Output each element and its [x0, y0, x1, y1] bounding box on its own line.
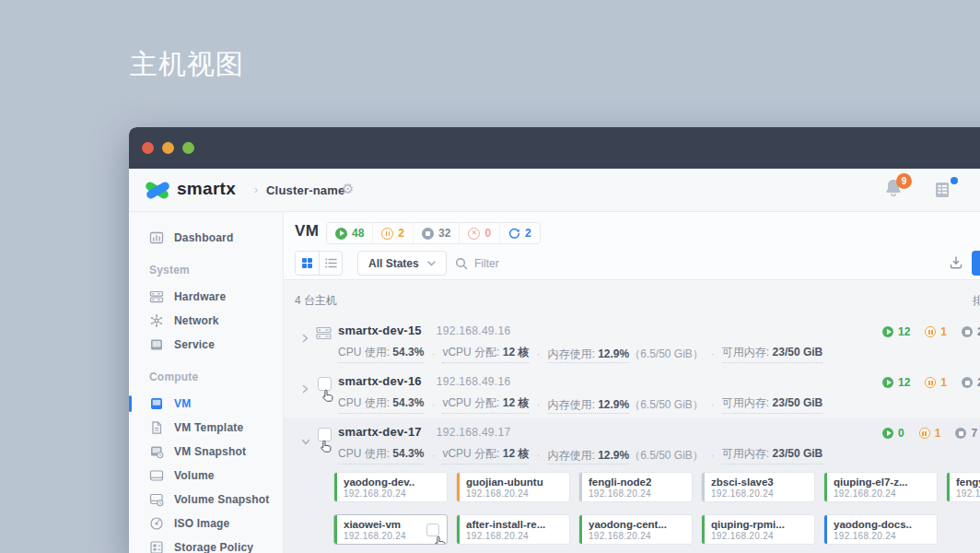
storage-policy-icon: [149, 540, 164, 553]
list-view-button[interactable]: [319, 252, 342, 275]
vm-name: guojian-ubuntu: [466, 477, 562, 488]
vm-card[interactable]: zbsci-slave3 192.168.20.24: [701, 472, 815, 502]
sidebar-item-network[interactable]: Network: [129, 310, 283, 332]
error-status-pill[interactable]: ✕ 0: [459, 223, 499, 243]
stopped-count: 32: [438, 227, 450, 240]
changing-count: 2: [525, 227, 531, 240]
host-row-smartx-dev-16[interactable]: smartx-dev-16192.168.49.16 CPU 使用: 54.3%…: [284, 367, 980, 418]
expand-chevron-icon[interactable]: [301, 330, 309, 347]
vm-card[interactable]: qiuping-rpmi... 192.168.20.24: [701, 514, 815, 545]
sort-control[interactable]: 排序: [973, 293, 980, 309]
sidebar-item-volume[interactable]: Volume: [129, 465, 283, 487]
host-row-smartx-dev-17[interactable]: smartx-dev-17192.168.49.17 CPU 使用: 54.3%…: [284, 418, 980, 468]
vm-state-bar: [824, 515, 827, 544]
vm-card-xiaowei[interactable]: xiaowei-vm 192.168.20.24: [333, 514, 448, 545]
host-name[interactable]: smartx-dev-15192.168.49.16: [338, 324, 510, 337]
vm-name: fengy: [956, 477, 980, 488]
toolbar: All States: [284, 251, 980, 276]
vm-ip: 192.168.: [956, 488, 980, 499]
sidebar-item-label: Dashboard: [174, 231, 233, 244]
chevron-down-icon: [427, 261, 436, 266]
notification-count-badge: 9: [896, 173, 912, 189]
stat-separator: ·: [536, 449, 540, 462]
cursor-pointer-icon: [434, 535, 448, 545]
smartx-logo-icon[interactable]: [145, 178, 170, 203]
notifications-button[interactable]: 9: [884, 178, 908, 202]
create-vm-button[interactable]: [972, 251, 980, 276]
host-name[interactable]: smartx-dev-16192.168.49.16: [338, 374, 510, 388]
state-filter-dropdown[interactable]: All States: [357, 251, 447, 276]
stat-separator: ·: [431, 449, 435, 462]
vm-card[interactable]: yaodong-docs.. 192.168.20.24: [823, 514, 938, 545]
running-vm-badge: 12: [882, 325, 910, 338]
vm-card[interactable]: yaodong-dev.. 192.168.20.24: [333, 472, 448, 502]
unread-indicator-dot: [951, 177, 958, 184]
stat-separator: ·: [536, 398, 540, 411]
available-memory-stat: 可用内存: 23/50 GiB: [722, 446, 822, 465]
changing-status-pill[interactable]: 2: [499, 223, 540, 243]
sidebar-item-iso-image[interactable]: ISO Image: [129, 512, 283, 535]
sidebar-item-label: Hardware: [174, 290, 226, 303]
close-window-icon[interactable]: [142, 142, 154, 154]
grid-view-button[interactable]: [296, 252, 319, 275]
sidebar: Dashboard System Hardware Network: [129, 212, 284, 553]
running-status-pill[interactable]: 48: [327, 223, 372, 243]
breadcrumb[interactable]: Cluster-name: [266, 183, 344, 197]
sidebar-item-label: Volume Snapshot: [174, 493, 269, 506]
vm-card[interactable]: after-install-re... 192.168.20.24: [456, 514, 570, 545]
host-vm-badges: 12 1 2: [882, 376, 980, 389]
filter-input[interactable]: [474, 257, 539, 270]
sidebar-item-label: VM Snapshot: [174, 445, 246, 458]
sidebar-item-label: Service: [174, 338, 215, 351]
brand-name[interactable]: smartx: [177, 179, 236, 199]
sidebar-item-vm-template[interactable]: VM Template: [129, 417, 283, 439]
grid-view-icon: [302, 258, 312, 268]
stat-separator: ·: [711, 398, 715, 411]
export-button[interactable]: [949, 255, 963, 274]
service-icon: [149, 337, 164, 352]
vm-card[interactable]: qiuping-el7-z... 192.168.20.24: [823, 472, 938, 502]
sidebar-item-dashboard[interactable]: Dashboard: [129, 227, 283, 249]
sidebar-item-storage-policy[interactable]: Storage Policy: [129, 536, 283, 553]
vm-ip: 192.168.20.24: [466, 488, 562, 499]
vm-card[interactable]: fengy 192.168.: [946, 472, 980, 502]
sidebar-item-hardware[interactable]: Hardware: [129, 286, 283, 308]
sidebar-item-service[interactable]: Service: [129, 334, 283, 356]
stat-separator: ·: [536, 347, 540, 360]
vm-card[interactable]: guojian-ubuntu 192.168.20.24: [456, 472, 570, 502]
maximize-window-icon[interactable]: [182, 142, 194, 154]
memory-usage-stat: 内存使用: 12.9%（6.5/50 GiB）: [547, 347, 703, 362]
main-content: VM 48 2 32 ✕ 0 2: [284, 212, 980, 553]
sidebar-item-label: ISO Image: [174, 517, 230, 530]
host-row-smartx-dev-15[interactable]: smartx-dev-15192.168.49.16 CPU 使用: 54.3%…: [284, 316, 980, 367]
vm-checkbox[interactable]: [426, 524, 439, 536]
collapse-chevron-icon[interactable]: [301, 433, 310, 450]
sidebar-item-label: Storage Policy: [174, 541, 253, 553]
expand-chevron-icon[interactable]: [301, 381, 309, 397]
minimize-window-icon[interactable]: [162, 142, 174, 154]
vm-ip: 192.168.20.24: [589, 531, 684, 541]
paused-vm-badge: 1: [925, 376, 947, 389]
vm-card[interactable]: yaodong-cent... 192.168.20.24: [578, 514, 693, 545]
sidebar-item-volume-snapshot[interactable]: Volume Snapshot: [129, 488, 283, 511]
memory-usage-stat: 内存使用: 12.9%（6.5/50 GiB）: [547, 397, 703, 413]
running-status-icon: [335, 228, 347, 240]
sidebar-item-label: Network: [174, 314, 219, 327]
running-count: 48: [352, 227, 364, 240]
stopped-status-pill[interactable]: 32: [413, 223, 459, 243]
sidebar-item-vm-snapshot[interactable]: VM Snapshot: [129, 441, 283, 463]
vcpu-alloc-stat: vCPU 分配: 12 核: [442, 345, 529, 363]
paused-status-pill[interactable]: 2: [372, 223, 413, 243]
search-icon: [455, 257, 468, 270]
activity-log-button[interactable]: [934, 180, 956, 202]
vm-card[interactable]: fengli-node2 192.168.20.24: [578, 472, 693, 502]
vm-state-bar: [457, 473, 460, 501]
host-name[interactable]: smartx-dev-17192.168.49.17: [338, 425, 510, 439]
cluster-settings-gear-icon[interactable]: ⚙: [342, 181, 354, 197]
cursor-pointer-icon: [320, 440, 333, 454]
filter-search[interactable]: [455, 251, 539, 276]
sidebar-section-compute: Compute: [149, 371, 198, 383]
stat-separator: ·: [711, 347, 715, 360]
sidebar-item-vm[interactable]: VM: [129, 393, 283, 415]
cpu-usage-stat: CPU 使用: 54.3%: [338, 395, 424, 414]
